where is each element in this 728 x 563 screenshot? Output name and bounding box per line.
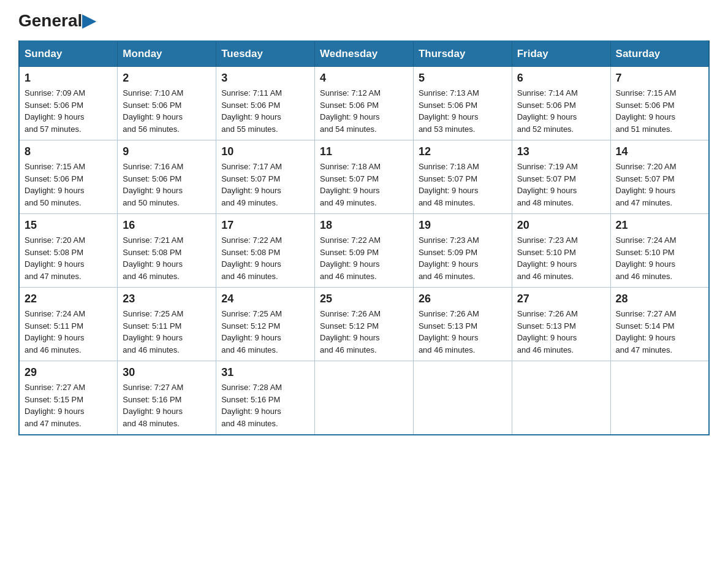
day-number: 31	[221, 366, 309, 379]
calendar-cell: 6 Sunrise: 7:14 AM Sunset: 5:06 PM Dayli…	[512, 67, 610, 140]
day-info: Sunrise: 7:27 AM Sunset: 5:15 PM Dayligh…	[25, 381, 112, 429]
calendar-cell: 20 Sunrise: 7:23 AM Sunset: 5:10 PM Dayl…	[512, 214, 610, 288]
day-info: Sunrise: 7:25 AM Sunset: 5:12 PM Dayligh…	[221, 308, 309, 356]
day-number: 21	[616, 219, 703, 232]
calendar-cell: 23 Sunrise: 7:25 AM Sunset: 5:11 PM Dayl…	[118, 288, 216, 361]
calendar-header-row: SundayMondayTuesdayWednesdayThursdayFrid…	[19, 41, 709, 67]
day-number: 2	[123, 72, 211, 85]
calendar-cell: 24 Sunrise: 7:25 AM Sunset: 5:12 PM Dayl…	[216, 288, 315, 361]
day-info: Sunrise: 7:16 AM Sunset: 5:06 PM Dayligh…	[123, 161, 211, 209]
calendar-cell: 1 Sunrise: 7:09 AM Sunset: 5:06 PM Dayli…	[19, 67, 118, 140]
day-info: Sunrise: 7:21 AM Sunset: 5:08 PM Dayligh…	[123, 234, 211, 282]
day-number: 8	[25, 145, 112, 158]
calendar-cell: 2 Sunrise: 7:10 AM Sunset: 5:06 PM Dayli…	[118, 67, 216, 140]
week-row-1: 1 Sunrise: 7:09 AM Sunset: 5:06 PM Dayli…	[19, 67, 709, 140]
week-row-3: 15 Sunrise: 7:20 AM Sunset: 5:08 PM Dayl…	[19, 214, 709, 288]
day-info: Sunrise: 7:24 AM Sunset: 5:10 PM Dayligh…	[616, 234, 703, 282]
day-info: Sunrise: 7:12 AM Sunset: 5:06 PM Dayligh…	[320, 87, 408, 135]
day-number: 3	[221, 72, 309, 85]
day-number: 15	[25, 219, 112, 232]
day-number: 5	[419, 72, 507, 85]
calendar-cell: 19 Sunrise: 7:23 AM Sunset: 5:09 PM Dayl…	[413, 214, 512, 288]
calendar-cell	[512, 361, 610, 435]
calendar-cell: 29 Sunrise: 7:27 AM Sunset: 5:15 PM Dayl…	[19, 361, 118, 435]
day-info: Sunrise: 7:18 AM Sunset: 5:07 PM Dayligh…	[419, 161, 507, 209]
day-info: Sunrise: 7:25 AM Sunset: 5:11 PM Dayligh…	[123, 308, 211, 356]
day-info: Sunrise: 7:26 AM Sunset: 5:13 PM Dayligh…	[419, 308, 507, 356]
day-number: 11	[320, 145, 408, 158]
calendar-cell: 14 Sunrise: 7:20 AM Sunset: 5:07 PM Dayl…	[610, 140, 709, 214]
calendar-cell: 12 Sunrise: 7:18 AM Sunset: 5:07 PM Dayl…	[413, 140, 512, 214]
calendar-cell: 4 Sunrise: 7:12 AM Sunset: 5:06 PM Dayli…	[315, 67, 414, 140]
day-number: 23	[123, 293, 211, 305]
day-number: 13	[517, 145, 605, 158]
calendar-cell: 27 Sunrise: 7:26 AM Sunset: 5:13 PM Dayl…	[512, 288, 610, 361]
logo: General▶	[18, 12, 96, 28]
calendar-cell: 22 Sunrise: 7:24 AM Sunset: 5:11 PM Dayl…	[19, 288, 118, 361]
day-info: Sunrise: 7:27 AM Sunset: 5:16 PM Dayligh…	[123, 381, 211, 429]
calendar-cell: 11 Sunrise: 7:18 AM Sunset: 5:07 PM Dayl…	[315, 140, 414, 214]
calendar-cell: 18 Sunrise: 7:22 AM Sunset: 5:09 PM Dayl…	[315, 214, 414, 288]
header-sunday: Sunday	[19, 41, 118, 67]
day-number: 24	[221, 293, 309, 305]
day-number: 22	[25, 293, 112, 305]
week-row-2: 8 Sunrise: 7:15 AM Sunset: 5:06 PM Dayli…	[19, 140, 709, 214]
day-number: 17	[221, 219, 309, 232]
day-info: Sunrise: 7:14 AM Sunset: 5:06 PM Dayligh…	[517, 87, 605, 135]
day-info: Sunrise: 7:15 AM Sunset: 5:06 PM Dayligh…	[25, 161, 112, 209]
calendar-cell	[315, 361, 414, 435]
calendar-cell: 10 Sunrise: 7:17 AM Sunset: 5:07 PM Dayl…	[216, 140, 315, 214]
calendar-cell: 26 Sunrise: 7:26 AM Sunset: 5:13 PM Dayl…	[413, 288, 512, 361]
calendar-cell: 7 Sunrise: 7:15 AM Sunset: 5:06 PM Dayli…	[610, 67, 709, 140]
day-number: 1	[25, 72, 112, 85]
day-number: 10	[221, 145, 309, 158]
calendar-cell: 21 Sunrise: 7:24 AM Sunset: 5:10 PM Dayl…	[610, 214, 709, 288]
day-info: Sunrise: 7:22 AM Sunset: 5:08 PM Dayligh…	[221, 234, 309, 282]
day-number: 4	[320, 72, 408, 85]
day-info: Sunrise: 7:26 AM Sunset: 5:12 PM Dayligh…	[320, 308, 408, 356]
day-info: Sunrise: 7:11 AM Sunset: 5:06 PM Dayligh…	[221, 87, 309, 135]
day-number: 14	[616, 145, 703, 158]
day-info: Sunrise: 7:23 AM Sunset: 5:09 PM Dayligh…	[419, 234, 507, 282]
day-info: Sunrise: 7:09 AM Sunset: 5:06 PM Dayligh…	[25, 87, 112, 135]
header-thursday: Thursday	[413, 41, 512, 67]
week-row-4: 22 Sunrise: 7:24 AM Sunset: 5:11 PM Dayl…	[19, 288, 709, 361]
day-number: 9	[123, 145, 211, 158]
calendar-cell	[610, 361, 709, 435]
day-number: 6	[517, 72, 605, 85]
header-friday: Friday	[512, 41, 610, 67]
day-number: 16	[123, 219, 211, 232]
day-info: Sunrise: 7:20 AM Sunset: 5:08 PM Dayligh…	[25, 234, 112, 282]
calendar-cell: 15 Sunrise: 7:20 AM Sunset: 5:08 PM Dayl…	[19, 214, 118, 288]
day-info: Sunrise: 7:27 AM Sunset: 5:14 PM Dayligh…	[616, 308, 703, 356]
week-row-5: 29 Sunrise: 7:27 AM Sunset: 5:15 PM Dayl…	[19, 361, 709, 435]
day-info: Sunrise: 7:22 AM Sunset: 5:09 PM Dayligh…	[320, 234, 408, 282]
day-number: 27	[517, 293, 605, 305]
header-saturday: Saturday	[610, 41, 709, 67]
day-number: 19	[419, 219, 507, 232]
day-info: Sunrise: 7:28 AM Sunset: 5:16 PM Dayligh…	[221, 381, 309, 429]
logo-triangle-icon: ▶	[82, 11, 96, 30]
day-info: Sunrise: 7:15 AM Sunset: 5:06 PM Dayligh…	[616, 87, 703, 135]
calendar-cell: 5 Sunrise: 7:13 AM Sunset: 5:06 PM Dayli…	[413, 67, 512, 140]
day-number: 30	[123, 366, 211, 379]
day-number: 7	[616, 72, 703, 85]
calendar-cell: 9 Sunrise: 7:16 AM Sunset: 5:06 PM Dayli…	[118, 140, 216, 214]
calendar-cell: 25 Sunrise: 7:26 AM Sunset: 5:12 PM Dayl…	[315, 288, 414, 361]
day-info: Sunrise: 7:18 AM Sunset: 5:07 PM Dayligh…	[320, 161, 408, 209]
day-info: Sunrise: 7:10 AM Sunset: 5:06 PM Dayligh…	[123, 87, 211, 135]
day-number: 20	[517, 219, 605, 232]
calendar-cell: 30 Sunrise: 7:27 AM Sunset: 5:16 PM Dayl…	[118, 361, 216, 435]
calendar-cell: 17 Sunrise: 7:22 AM Sunset: 5:08 PM Dayl…	[216, 214, 315, 288]
day-number: 28	[616, 293, 703, 305]
header-wednesday: Wednesday	[315, 41, 414, 67]
page-header: General▶	[18, 12, 710, 28]
day-info: Sunrise: 7:23 AM Sunset: 5:10 PM Dayligh…	[517, 234, 605, 282]
day-info: Sunrise: 7:24 AM Sunset: 5:11 PM Dayligh…	[25, 308, 112, 356]
day-number: 25	[320, 293, 408, 305]
calendar-cell	[413, 361, 512, 435]
calendar-cell: 28 Sunrise: 7:27 AM Sunset: 5:14 PM Dayl…	[610, 288, 709, 361]
day-info: Sunrise: 7:26 AM Sunset: 5:13 PM Dayligh…	[517, 308, 605, 356]
day-info: Sunrise: 7:17 AM Sunset: 5:07 PM Dayligh…	[221, 161, 309, 209]
day-number: 29	[25, 366, 112, 379]
